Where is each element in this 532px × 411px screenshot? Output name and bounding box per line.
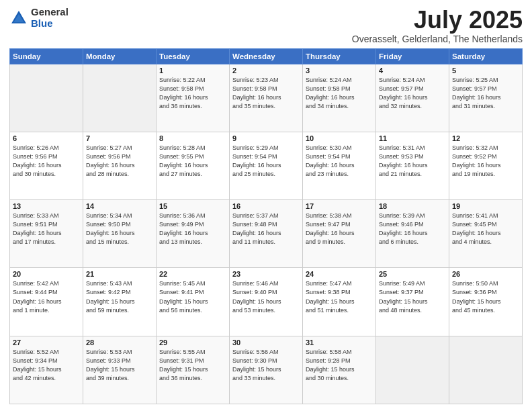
day-info: Sunrise: 5:27 AM Sunset: 9:56 PM Dayligh… (86, 144, 153, 179)
page: General Blue July 2025 Overasselt, Gelde… (0, 0, 532, 411)
calendar-cell: 15Sunrise: 5:36 AM Sunset: 9:49 PM Dayli… (157, 200, 230, 268)
day-number: 15 (159, 202, 226, 210)
day-number: 26 (452, 270, 519, 278)
day-info: Sunrise: 5:26 AM Sunset: 9:56 PM Dayligh… (13, 144, 80, 179)
day-info: Sunrise: 5:53 AM Sunset: 9:33 PM Dayligh… (86, 348, 153, 383)
day-number: 8 (159, 134, 226, 142)
calendar-cell: 16Sunrise: 5:37 AM Sunset: 9:48 PM Dayli… (230, 200, 303, 268)
calendar-cell: 7Sunrise: 5:27 AM Sunset: 9:56 PM Daylig… (83, 132, 157, 199)
day-info: Sunrise: 5:36 AM Sunset: 9:49 PM Dayligh… (159, 212, 226, 246)
calendar-cell: 24Sunrise: 5:47 AM Sunset: 9:38 PM Dayli… (303, 268, 376, 336)
day-info: Sunrise: 5:28 AM Sunset: 9:55 PM Dayligh… (159, 144, 226, 179)
day-info: Sunrise: 5:24 AM Sunset: 9:57 PM Dayligh… (379, 76, 446, 111)
calendar-cell: 27Sunrise: 5:52 AM Sunset: 9:34 PM Dayli… (10, 336, 83, 404)
day-info: Sunrise: 5:47 AM Sunset: 9:38 PM Dayligh… (306, 279, 373, 314)
day-info: Sunrise: 5:56 AM Sunset: 9:30 PM Dayligh… (232, 348, 300, 383)
calendar-cell: 20Sunrise: 5:42 AM Sunset: 9:44 PM Dayli… (10, 268, 83, 336)
calendar-cell: 29Sunrise: 5:55 AM Sunset: 9:31 PM Dayli… (157, 336, 230, 404)
day-number: 2 (232, 66, 300, 75)
logo-blue-text: Blue (31, 18, 69, 30)
calendar-cell: 14Sunrise: 5:34 AM Sunset: 9:50 PM Dayli… (83, 200, 157, 268)
calendar-cell: 12Sunrise: 5:32 AM Sunset: 9:52 PM Dayli… (449, 132, 523, 199)
calendar-cell: 18Sunrise: 5:39 AM Sunset: 9:46 PM Dayli… (376, 200, 449, 268)
calendar-cell: 13Sunrise: 5:33 AM Sunset: 9:51 PM Dayli… (10, 200, 83, 268)
day-info: Sunrise: 5:24 AM Sunset: 9:58 PM Dayligh… (306, 76, 373, 111)
calendar-cell: 3Sunrise: 5:24 AM Sunset: 9:58 PM Daylig… (303, 64, 376, 132)
calendar-cell: 17Sunrise: 5:38 AM Sunset: 9:47 PM Dayli… (303, 200, 376, 268)
day-number: 20 (13, 270, 80, 278)
day-number: 19 (452, 202, 519, 210)
day-number: 3 (306, 66, 373, 75)
day-info: Sunrise: 5:42 AM Sunset: 9:44 PM Dayligh… (13, 279, 80, 314)
month-title: July 2025 (352, 7, 523, 34)
day-info: Sunrise: 5:38 AM Sunset: 9:47 PM Dayligh… (306, 212, 373, 246)
logo: General Blue (9, 7, 69, 29)
day-number: 30 (232, 338, 300, 347)
calendar-cell (376, 336, 449, 404)
day-number: 21 (86, 270, 153, 278)
day-info: Sunrise: 5:43 AM Sunset: 9:42 PM Dayligh… (86, 279, 153, 314)
day-number: 28 (86, 338, 153, 347)
day-number: 22 (159, 270, 226, 278)
calendar-cell: 26Sunrise: 5:50 AM Sunset: 9:36 PM Dayli… (449, 268, 523, 336)
calendar-cell: 23Sunrise: 5:46 AM Sunset: 9:40 PM Dayli… (230, 268, 303, 336)
weekday-header-friday: Friday (376, 48, 449, 64)
calendar-week-row: 27Sunrise: 5:52 AM Sunset: 9:34 PM Dayli… (10, 336, 523, 404)
calendar-week-row: 13Sunrise: 5:33 AM Sunset: 9:51 PM Dayli… (10, 200, 523, 268)
day-info: Sunrise: 5:23 AM Sunset: 9:58 PM Dayligh… (232, 76, 300, 111)
day-number: 14 (86, 202, 153, 210)
day-number: 13 (13, 202, 80, 210)
logo-icon (9, 9, 28, 28)
day-info: Sunrise: 5:39 AM Sunset: 9:46 PM Dayligh… (379, 212, 446, 246)
weekday-header-tuesday: Tuesday (157, 48, 230, 64)
day-info: Sunrise: 5:33 AM Sunset: 9:51 PM Dayligh… (13, 212, 80, 246)
calendar-cell: 8Sunrise: 5:28 AM Sunset: 9:55 PM Daylig… (157, 132, 230, 199)
weekday-header-wednesday: Wednesday (230, 48, 303, 64)
calendar-cell: 22Sunrise: 5:45 AM Sunset: 9:41 PM Dayli… (157, 268, 230, 336)
title-block: July 2025 Overasselt, Gelderland, The Ne… (352, 7, 523, 44)
weekday-header-saturday: Saturday (449, 48, 523, 64)
day-info: Sunrise: 5:25 AM Sunset: 9:57 PM Dayligh… (452, 76, 519, 111)
calendar-cell: 4Sunrise: 5:24 AM Sunset: 9:57 PM Daylig… (376, 64, 449, 132)
day-info: Sunrise: 5:32 AM Sunset: 9:52 PM Dayligh… (452, 144, 519, 179)
day-info: Sunrise: 5:29 AM Sunset: 9:54 PM Dayligh… (232, 144, 300, 179)
day-number: 7 (86, 134, 153, 142)
weekday-header-sunday: Sunday (10, 48, 83, 64)
day-number: 12 (452, 134, 519, 142)
day-info: Sunrise: 5:34 AM Sunset: 9:50 PM Dayligh… (86, 212, 153, 246)
calendar-cell (10, 64, 83, 132)
day-number: 24 (306, 270, 373, 278)
calendar-cell: 28Sunrise: 5:53 AM Sunset: 9:33 PM Dayli… (83, 336, 157, 404)
day-number: 17 (306, 202, 373, 210)
calendar-week-row: 1Sunrise: 5:22 AM Sunset: 9:58 PM Daylig… (10, 64, 523, 132)
day-info: Sunrise: 5:50 AM Sunset: 9:36 PM Dayligh… (452, 279, 519, 314)
day-info: Sunrise: 5:49 AM Sunset: 9:37 PM Dayligh… (379, 279, 446, 314)
calendar-cell: 25Sunrise: 5:49 AM Sunset: 9:37 PM Dayli… (376, 268, 449, 336)
day-number: 11 (379, 134, 446, 142)
location-subtitle: Overasselt, Gelderland, The Netherlands (352, 34, 523, 44)
calendar-cell: 10Sunrise: 5:30 AM Sunset: 9:54 PM Dayli… (303, 132, 376, 199)
day-number: 10 (306, 134, 373, 142)
calendar-week-row: 6Sunrise: 5:26 AM Sunset: 9:56 PM Daylig… (10, 132, 523, 199)
calendar-cell: 2Sunrise: 5:23 AM Sunset: 9:58 PM Daylig… (230, 64, 303, 132)
calendar-cell: 9Sunrise: 5:29 AM Sunset: 9:54 PM Daylig… (230, 132, 303, 199)
logo-general-text: General (31, 7, 69, 18)
day-number: 6 (13, 134, 80, 142)
calendar-cell: 1Sunrise: 5:22 AM Sunset: 9:58 PM Daylig… (157, 64, 230, 132)
day-info: Sunrise: 5:58 AM Sunset: 9:28 PM Dayligh… (306, 348, 373, 383)
day-info: Sunrise: 5:45 AM Sunset: 9:41 PM Dayligh… (159, 279, 226, 314)
day-number: 9 (232, 134, 300, 142)
calendar-cell: 31Sunrise: 5:58 AM Sunset: 9:28 PM Dayli… (303, 336, 376, 404)
day-number: 18 (379, 202, 446, 210)
day-number: 27 (13, 338, 80, 347)
header: General Blue July 2025 Overasselt, Gelde… (9, 7, 523, 44)
weekday-header-thursday: Thursday (303, 48, 376, 64)
weekday-header-row: SundayMondayTuesdayWednesdayThursdayFrid… (10, 48, 523, 64)
calendar-week-row: 20Sunrise: 5:42 AM Sunset: 9:44 PM Dayli… (10, 268, 523, 336)
day-info: Sunrise: 5:37 AM Sunset: 9:48 PM Dayligh… (232, 212, 300, 246)
calendar-cell (83, 64, 157, 132)
calendar-cell (449, 336, 523, 404)
weekday-header-monday: Monday (83, 48, 157, 64)
day-number: 29 (159, 338, 226, 347)
day-info: Sunrise: 5:30 AM Sunset: 9:54 PM Dayligh… (306, 144, 373, 179)
